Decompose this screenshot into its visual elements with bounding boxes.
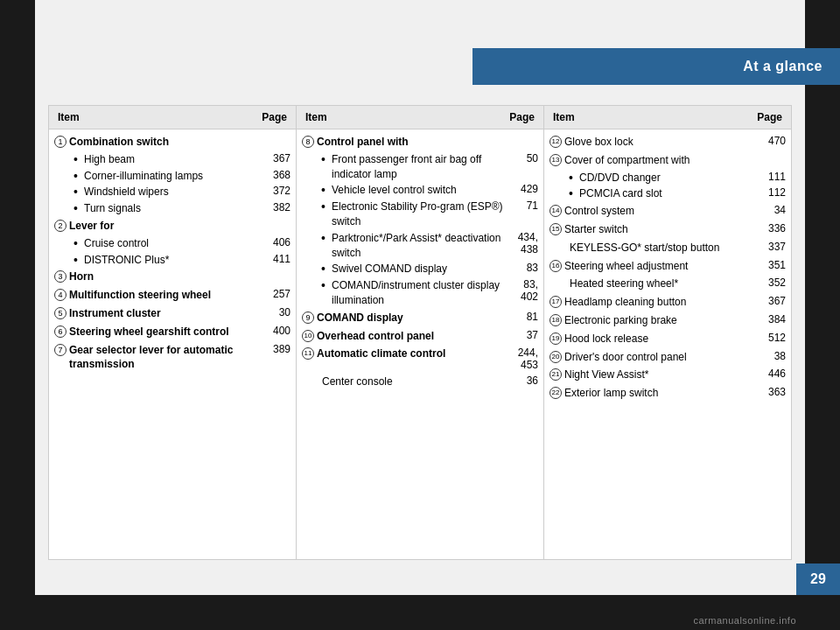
num-circle-7: 7 (54, 344, 66, 356)
bullet-icon: • (74, 236, 84, 251)
num-circle-1: 1 (54, 136, 66, 148)
num-circle-15: 15 (550, 223, 562, 235)
col3-content: 12 Glove box lock 470 13 Cover of compar… (544, 130, 791, 406)
entry-hood-lock: 19 Hood lock release 512 (544, 330, 791, 348)
bullet-label-esp: Electronic Stability Pro-gram (ESP®) swi… (332, 200, 508, 229)
col2-panel: Item Page 8 Control panel with • Front p… (297, 105, 544, 560)
bullet-icon: • (321, 231, 332, 246)
bullet-page-distronic: 411 (260, 253, 290, 265)
num-circle-21: 21 (550, 368, 562, 381)
page-number: 29 (810, 571, 826, 587)
col1-header-page: Page (262, 111, 287, 123)
entry-page-keyless-go: 337 (755, 241, 786, 253)
bullet-page-cruise: 406 (260, 236, 290, 248)
entry-page-night-view: 446 (755, 368, 786, 380)
entry-control-system: 14 Control system 34 (544, 202, 791, 220)
entry-label-instrument-cluster: Instrument cluster (66, 306, 260, 321)
entry-num-keyless (550, 241, 567, 242)
entry-label-cover-compartment: Cover of compartment with (562, 153, 755, 168)
col2-header-item: Item (305, 111, 327, 123)
bullet-label-distronic: DISTRONIC Plus* (84, 253, 260, 268)
entry-steering-wheel: 4 Multifunction steering wheel 257 (49, 286, 296, 304)
num-circle-12: 12 (550, 136, 562, 148)
entry-label-center-console: Center console (319, 374, 508, 389)
num-circle-5: 5 (54, 307, 66, 319)
bullet-page-corner-lamps: 368 (260, 169, 290, 181)
bullet-icon: • (74, 152, 84, 167)
entry-page-hood-lock: 512 (755, 332, 786, 344)
entry-label-heated-sw: Heated steering wheel* (567, 276, 755, 291)
entry-cover-compartment: 13 Cover of compartment with (544, 151, 791, 170)
entry-label-glove-box: Glove box lock (562, 135, 755, 150)
entry-label-combination-switch: Combination switch (66, 135, 260, 150)
entry-lever-for: 2 Lever for (49, 217, 296, 235)
num-circle-2: 2 (54, 220, 66, 232)
bullet-page-airbag-lamp: 50 (508, 152, 538, 164)
col2-content: 8 Control panel with • Front passenger f… (297, 130, 543, 395)
entry-label-overhead-panel: Overhead control panel (314, 329, 508, 344)
entry-page-control-system: 34 (755, 204, 786, 216)
num-circle-16: 16 (550, 260, 562, 272)
bullet-wipers: • Windshield wipers 372 (49, 184, 296, 200)
num-circle-11: 11 (302, 347, 314, 360)
bullet-page-cd-dvd: 111 (755, 171, 786, 183)
bullet-cruise: • Cruise control 406 (49, 235, 296, 252)
bullet-pcmcia: • PCMCIA card slot 112 (544, 186, 791, 202)
bullet-page-high-beam: 367 (260, 152, 290, 164)
entry-page-gear-selector: 389 (260, 343, 290, 355)
entry-label-keyless-go: KEYLESS-GO* start/stop button (567, 241, 755, 256)
bullet-icon: • (321, 200, 332, 214)
bullet-icon: • (321, 262, 332, 276)
col3-panel: Item Page 12 Glove box lock 470 13 Cover… (544, 105, 792, 560)
entry-combination-switch: 1 Combination switch (49, 133, 296, 151)
bullet-label-comand-instrument: COMAND/instrument cluster display illumi… (332, 278, 508, 308)
bullet-icon: • (321, 278, 332, 293)
bullet-icon: • (569, 171, 579, 186)
bullet-page-comand-instrument: 83, 402 (508, 278, 538, 303)
bullet-page-esp: 71 (508, 200, 538, 212)
entry-gearshift-control: 6 Steering wheel gearshift control 400 (49, 323, 296, 341)
entry-label-steering-wheel: Multifunction steering wheel (66, 288, 260, 303)
entry-page-center-console: 36 (508, 374, 538, 387)
bullet-distronic: • DISTRONIC Plus* 411 (49, 252, 296, 269)
entry-page-instrument-cluster: 30 (260, 306, 290, 318)
entry-num-heated-sw (550, 276, 567, 277)
col2-header: Item Page (297, 106, 543, 130)
bullet-page-swivel: 83 (508, 262, 538, 274)
entry-page-door-control: 38 (755, 350, 786, 362)
bullet-label-pcmcia: PCMCIA card slot (579, 186, 755, 201)
entry-gear-selector: 7 Gear selector lever for automatic tran… (49, 341, 296, 374)
entry-comand-display: 9 COMAND display 81 (297, 309, 543, 327)
entry-climate-control: 11 Automatic climate control 244, 453 (297, 345, 543, 373)
bullet-page-parktronic: 434, 438 (508, 231, 538, 256)
num-circle-10: 10 (302, 330, 314, 342)
bullet-airbag-lamp: • Front passenger front air bag off indi… (297, 151, 543, 183)
bullet-icon: • (569, 186, 579, 201)
entry-label-night-view: Night View Assist* (562, 368, 755, 382)
entry-page-gearshift-control: 400 (260, 325, 290, 337)
entry-page-parking-brake: 384 (755, 313, 786, 326)
entry-starter-switch: 15 Starter switch 336 (544, 220, 791, 239)
entry-night-view: 21 Night View Assist* 446 (544, 366, 791, 384)
bullet-corner-lamps: • Corner-illuminating lamps 368 (49, 168, 296, 185)
col1-header-item: Item (58, 111, 80, 123)
entry-page-climate-control: 244, 453 (508, 346, 538, 371)
num-circle-6: 6 (54, 326, 66, 338)
num-circle-19: 19 (550, 332, 562, 345)
entry-page-glove-box: 470 (755, 135, 786, 147)
bullet-label-vehicle-level: Vehicle level control switch (332, 183, 508, 198)
bullet-icon: • (74, 253, 84, 268)
bullet-page-pcmcia: 112 (755, 186, 786, 199)
bullet-icon: • (321, 152, 332, 167)
num-circle-18: 18 (550, 314, 562, 326)
entry-label-headlamp: Headlamp cleaning button (562, 295, 755, 310)
num-circle-17: 17 (550, 296, 562, 308)
watermark: carmanualsonline.info (693, 615, 796, 626)
entry-label-parking-brake: Electronic parking brake (562, 313, 755, 328)
entry-page-starter-switch: 336 (755, 222, 786, 234)
entry-keyless-go: KEYLESS-GO* start/stop button 337 (544, 239, 791, 257)
entry-control-panel: 8 Control panel with (297, 133, 543, 151)
bullet-page-turn-signals: 382 (260, 201, 290, 214)
entry-page-sw-adjustment: 351 (755, 259, 786, 271)
entry-page-exterior-lamp: 363 (755, 386, 786, 398)
